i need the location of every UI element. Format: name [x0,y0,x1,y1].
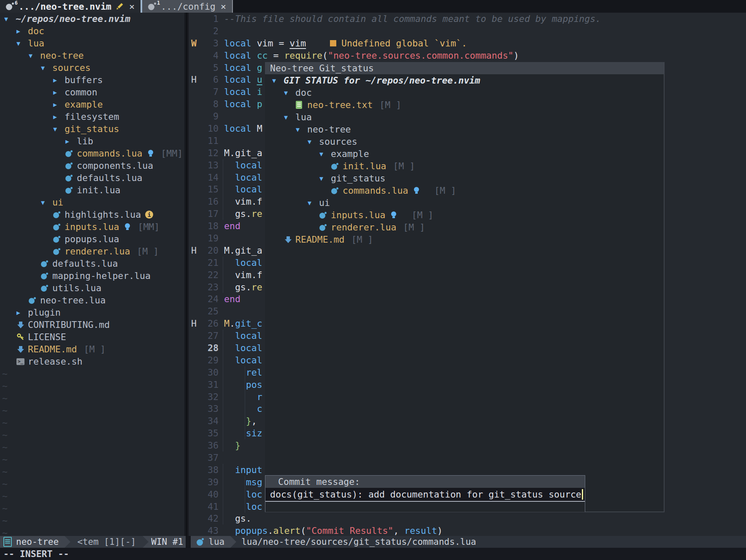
diagnostic-sign-H: H [189,318,200,329]
sidebar-item-~/repos/neo-tree.nvim[interactable]: ▼~/repos/neo-tree.nvim [0,13,184,25]
indent-guide [223,269,223,281]
git-status-item-lua[interactable]: ▼lua [265,111,664,123]
tab-close-icon[interactable]: × [219,1,228,12]
line-number: 37 [200,452,219,463]
line-number: 43 [200,525,219,536]
window-separator[interactable] [184,13,189,536]
indent-guide [223,159,223,171]
git-status-item-git-status[interactable]: ▼git_status [265,172,664,184]
code-text: local [224,184,262,195]
lua-file-icon [41,284,52,293]
empty-line-tilde: ~ [0,404,184,417]
line-number: 40 [200,489,219,500]
git-status-item-doc[interactable]: ▼doc [265,87,664,99]
item-label: init.lua [77,185,121,195]
empty-line-tilde: ~ [0,490,184,502]
sidebar-file-highlights.lua[interactable]: highlights.luai [0,208,184,221]
lua-file-icon [331,186,343,195]
lua-file-icon [65,161,77,170]
statusline-gap [186,536,191,548]
text-file-icon [296,101,307,109]
code-line-1[interactable]: 1--This file should contain all commands… [189,13,746,25]
sidebar-item-common[interactable]: ▶common [0,86,184,98]
sidebar-item-plugin[interactable]: ▶plugin [0,306,184,319]
diagnostic-message: Undefined global `vim`. [341,38,467,49]
sidebar-file-components.lua[interactable]: components.lua [0,160,184,172]
sidebar-file-popups.lua[interactable]: popups.lua [0,233,184,245]
indent-guide [245,391,245,403]
sidebar-file-LICENSE[interactable]: LICENSE [0,331,184,343]
git-status-item-README.md[interactable]: README.md[M ] [265,233,664,246]
tab-neo-tree-nvim[interactable]: 6 .../neo-tree.nvim × [0,0,141,13]
sidebar-file-utils.lua[interactable]: utils.lua [0,282,184,294]
sidebar-file-mapping-helper.lua[interactable]: mapping-helper.lua [0,270,184,282]
tab-close-icon[interactable]: × [127,1,136,12]
code-line-43[interactable]: 43 popups.alert("Commit Results", result… [189,525,746,536]
chevron-expanded-icon: ▼ [319,175,331,182]
item-label: commands.lua [343,185,408,196]
line-number: 6 [200,74,219,85]
code-line-3[interactable]: W3local vim = vimUndefined global `vim`. [189,37,746,49]
code-action-lightbulb-icon [147,149,154,158]
tab-config[interactable]: 1 .../config × [142,0,232,13]
sidebar-item-sources[interactable]: ▼sources [0,62,184,74]
item-label: renderer.lua [65,246,130,257]
sidebar-item-doc[interactable]: ▶doc [0,25,184,37]
sidebar-file-inputs.lua[interactable]: inputs.lua[MM] [0,221,184,233]
indent-guide [223,195,223,208]
sidebar-file-commands.lua[interactable]: commands.lua[MM] [0,147,184,160]
sidebar-file-CONTRIBUTING.md[interactable]: CONTRIBUTING.md [0,319,184,331]
git-status-item-commands.lua[interactable]: commands.lua[M ] [265,184,664,197]
git-status-item-init.lua[interactable]: init.lua[M ] [265,160,664,172]
git-status-item-ui[interactable]: ▼ui [265,197,664,209]
git-status-item-GIT-STATUS-for---repos-neo-tree.nvim[interactable]: ▼GIT STATUS for ~/repos/neo-tree.nvim [265,74,664,87]
sidebar-file-renderer.lua[interactable]: renderer.lua[M ] [0,245,184,257]
commit-message-input[interactable]: docs(git_status): add documentation for … [265,488,585,502]
sidebar-file-init.lua[interactable]: init.lua [0,184,184,196]
sidebar-file-defaults.lua[interactable]: defaults.lua [0,257,184,270]
statusline-filepath: lua/neo-tree/sources/git_status/commands… [241,537,476,547]
lua-file-icon [53,247,65,256]
statusline-template-segment: <tem [1][-] [70,536,143,548]
code-line-42[interactable]: 42 gs. [189,513,746,525]
code-line-4[interactable]: 4local cc = require("neo-tree.sources.co… [189,49,746,62]
sidebar-item-filesystem[interactable]: ▶filesystem [0,111,184,123]
line-number: 3 [200,38,219,49]
sidebar-item-lua[interactable]: ▼lua [0,37,184,49]
code-text: vim.f [224,270,262,280]
code-text: loc [224,489,262,500]
git-status-item-inputs.lua[interactable]: inputs.lua[M ] [265,209,664,221]
chevron-expanded-icon: ▼ [29,52,40,60]
item-label: defaults.lua [52,258,118,269]
git-status-item-renderer.lua[interactable]: renderer.lua[M ] [265,221,664,233]
mode-indicator: -- INSERT -- [3,549,69,559]
sidebar-file-defaults.lua[interactable]: defaults.lua [0,172,184,184]
code-text: gs. [224,513,251,524]
git-status-item-sources[interactable]: ▼sources [265,135,664,148]
diagnostic-sign-W: W [189,38,200,49]
sidebar-item-buffers[interactable]: ▶buffers [0,74,184,86]
line-number: 9 [200,111,219,122]
sidebar-item-lib[interactable]: ▶lib [0,135,184,147]
sidebar-file-README.md[interactable]: README.md[M ] [0,343,184,355]
git-status-item-neo-tree.txt[interactable]: neo-tree.txt[M ] [265,99,664,111]
sidebar-item-example[interactable]: ▶example [0,98,184,111]
item-label: inputs.lua [331,210,385,220]
sidebar-file-neo-tree.lua[interactable]: neo-tree.lua [0,294,184,306]
sidebar-item-ui[interactable]: ▼ui [0,196,184,208]
code-line-2[interactable]: 2 [189,25,746,37]
sidebar-item-neo-tree[interactable]: ▼neo-tree [0,49,184,62]
diagnostic-virtual-text: Undefined global `vim`. [330,38,467,49]
line-number: 13 [200,160,219,170]
git-status-item-example[interactable]: ▼example [265,148,664,160]
empty-line-tilde: ~ [0,478,184,490]
commit-label: Commit message: [278,476,360,487]
statusline-notch [143,536,149,548]
chevron-collapsed-icon: ▶ [16,27,28,35]
sidebar-item-git_status[interactable]: ▼git_status [0,123,184,135]
sidebar-file-release.sh[interactable]: >_release.sh [0,355,184,368]
code-text: local u [224,74,262,85]
git-status-item-neo-tree[interactable]: ▼neo-tree [265,123,664,135]
indent-guide [223,183,223,195]
statusline-filename: neo-tree [16,537,59,547]
